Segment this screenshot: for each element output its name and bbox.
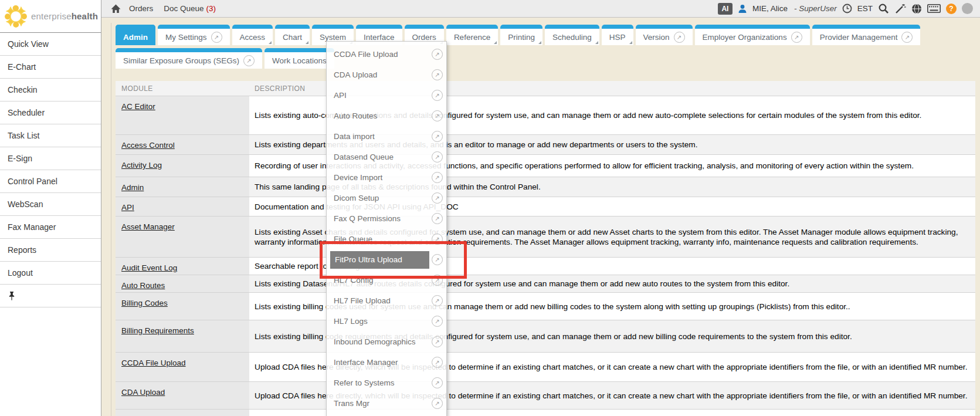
tab[interactable]: Access ↗ — [232, 25, 273, 45]
tab[interactable]: Admin ↗ — [116, 25, 155, 45]
tab[interactable]: My Settings ↗ — [158, 25, 230, 45]
wand-icon[interactable] — [894, 4, 906, 14]
popout-icon[interactable]: ↗ — [432, 90, 443, 101]
search-icon[interactable] — [878, 3, 889, 14]
tab[interactable]: Work Locations ↗ — [265, 48, 334, 69]
module-cell: CDA Upload — [116, 382, 249, 409]
ai-badge[interactable]: AI — [718, 3, 733, 15]
popout-icon[interactable]: ↗ — [791, 32, 802, 43]
keyboard-icon[interactable] — [927, 4, 941, 13]
tab[interactable]: Version ↗ — [636, 25, 693, 45]
globe-icon[interactable] — [911, 4, 922, 14]
menu-item[interactable]: FitPro Ultra Upload ↗ — [327, 249, 446, 270]
popout-icon[interactable]: ↗ — [432, 295, 443, 306]
module-link[interactable]: CDA Upload — [121, 388, 165, 397]
menu-item[interactable]: HL7 Logs ↗ — [327, 311, 446, 332]
nav-doc-queue[interactable]: Doc Queue(3) — [164, 4, 216, 13]
menu-item[interactable]: Data import ↗ — [327, 126, 446, 147]
menu-item[interactable]: Device Import ↗ — [327, 167, 446, 188]
menu-item[interactable]: CDA Upload ↗ — [327, 65, 446, 85]
popout-icon[interactable]: ↗ — [432, 377, 443, 388]
tab[interactable]: Printing ↗ — [500, 25, 542, 45]
home-icon[interactable] — [111, 4, 121, 13]
popout-icon[interactable]: ↗ — [432, 275, 443, 286]
tab[interactable]: Employer Organizations ↗ — [695, 25, 810, 45]
popout-icon[interactable]: ↗ — [432, 49, 443, 60]
pin-icon[interactable] — [8, 291, 16, 301]
popout-icon[interactable]: ↗ — [432, 357, 443, 368]
module-link[interactable]: Access Control — [121, 141, 175, 150]
popout-icon[interactable]: ↗ — [432, 69, 443, 80]
popout-icon[interactable]: ↗ — [901, 32, 913, 43]
app-logo[interactable]: enterprisehealth — [0, 0, 101, 33]
sidebar-item-label: Logout — [8, 268, 33, 278]
sidebar-item[interactable]: Checkin — [0, 79, 101, 102]
menu-item[interactable]: Auto Routes ↗ — [327, 106, 446, 126]
tab[interactable]: HSP ↗ — [602, 25, 633, 45]
module-link[interactable]: Auto Routes — [121, 281, 165, 290]
menu-item-label: Inbound Demographics — [334, 337, 429, 346]
menu-item[interactable]: HL7 File Upload ↗ — [327, 290, 446, 311]
popout-icon[interactable]: ↗ — [432, 110, 443, 121]
module-link[interactable]: Billing Codes — [121, 299, 168, 307]
tab-label: Scheduling — [552, 33, 592, 42]
popout-icon[interactable]: ↗ — [432, 151, 443, 163]
menu-item[interactable]: API ↗ — [327, 85, 446, 106]
menu-item[interactable]: Datasend Queue ↗ — [327, 147, 446, 167]
popout-icon[interactable]: ↗ — [243, 55, 255, 66]
user-name[interactable]: MIE, Alice — [752, 4, 788, 13]
module-link[interactable]: Audit Event Log — [121, 263, 177, 272]
avatar-circle[interactable] — [962, 3, 973, 14]
popout-icon[interactable]: ↗ — [432, 398, 443, 409]
module-link[interactable]: Activity Log — [121, 161, 162, 170]
nav-orders[interactable]: Orders — [129, 4, 153, 13]
tab[interactable]: Chart ↗ — [275, 25, 310, 45]
popout-icon[interactable]: ↗ — [432, 172, 443, 183]
module-link[interactable]: API — [121, 203, 134, 212]
sidebar-item[interactable]: Control Panel — [0, 170, 101, 193]
sidebar-item[interactable]: Task List — [0, 124, 101, 147]
popout-icon[interactable]: ↗ — [211, 32, 222, 43]
sidebar-item[interactable]: WebScan — [0, 193, 101, 216]
module-link[interactable]: CCDA File Upload — [121, 358, 186, 367]
help-icon[interactable]: ? — [946, 4, 957, 14]
menu-item[interactable]: Trans Mgr ↗ — [327, 393, 446, 414]
menu-item[interactable]: Interface Manager ↗ — [327, 352, 446, 373]
sidebar-item-label: E-Sign — [8, 154, 32, 163]
menu-item[interactable]: Refer to Systems ↗ — [327, 373, 446, 393]
sidebar-item[interactable]: E-Sign — [0, 147, 101, 170]
popout-icon[interactable]: ↗ — [432, 213, 443, 224]
menu-item[interactable]: Inbound Demographics ↗ — [327, 332, 446, 352]
sidebar-item[interactable]: E-Chart — [0, 56, 101, 79]
tab[interactable]: Similar Exposure Groups (SEGs) ↗ — [116, 48, 262, 69]
popout-icon[interactable]: ↗ — [432, 316, 443, 327]
menu-item-label: CCDA File Upload — [334, 50, 429, 59]
menu-item[interactable]: CCDA File Upload ↗ — [327, 44, 446, 65]
sidebar-item[interactable]: Reports — [0, 239, 101, 262]
sidebar-item[interactable]: Logout — [0, 262, 101, 285]
popout-icon[interactable]: ↗ — [674, 32, 685, 43]
timezone-label[interactable]: EST — [857, 4, 873, 13]
popout-icon[interactable]: ↗ — [432, 336, 443, 347]
menu-item[interactable]: File Queue ↗ — [327, 229, 446, 249]
popout-icon[interactable]: ↗ — [432, 234, 443, 245]
tab[interactable]: Provider Management ↗ — [812, 25, 921, 45]
popout-icon[interactable]: ↗ — [432, 192, 443, 204]
tab[interactable]: Reference ↗ — [446, 25, 498, 45]
sidebar-item[interactable]: Scheduler — [0, 102, 101, 124]
clock-icon[interactable] — [842, 4, 852, 13]
module-link[interactable]: AC Editor — [121, 102, 155, 111]
menu-item[interactable]: Fax Q Permissions ↗ — [327, 208, 446, 229]
sidebar-item[interactable]: Fax Manager — [0, 216, 101, 239]
tab[interactable]: Scheduling ↗ — [545, 25, 599, 45]
menu-item[interactable]: HL7 Config ↗ — [327, 270, 446, 290]
menu-item[interactable]: Dicom Setup ↗ — [327, 188, 446, 208]
module-link[interactable]: Asset Manager — [121, 222, 175, 231]
module-link[interactable]: Admin — [121, 183, 144, 192]
sidebar-item[interactable]: Quick View — [0, 33, 101, 56]
sidebar-item-label: Checkin — [8, 85, 38, 94]
popout-icon[interactable]: ↗ — [432, 254, 443, 265]
popout-icon[interactable]: ↗ — [432, 131, 443, 142]
module-link[interactable]: Billing Requirements — [121, 326, 194, 335]
brand-sunburst-icon — [5, 5, 27, 28]
